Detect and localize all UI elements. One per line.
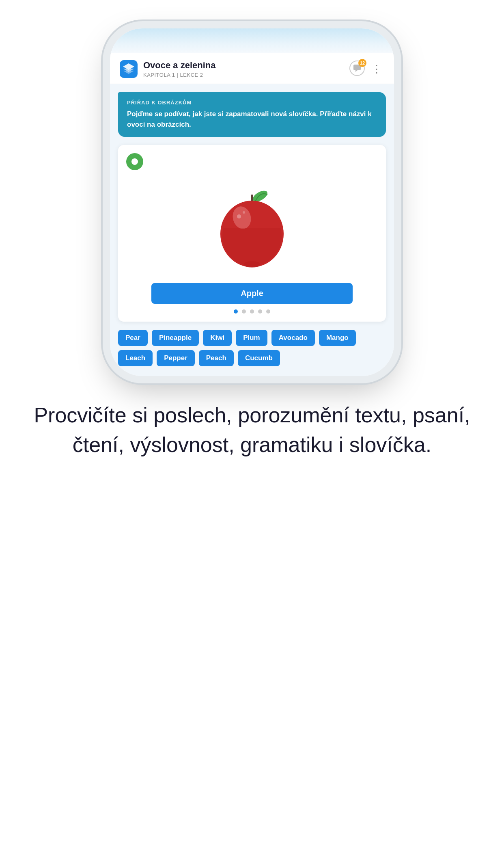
chip-kiwi[interactable]: Kiwi [203, 330, 232, 346]
phone-mockup: Ovoce a zelenina KAPITOLA 1 | LEKCE 2 12… [110, 28, 394, 376]
app-title: Ovoce a zelenina [143, 60, 349, 71]
app-header-icons: 12 ⋮ [349, 61, 384, 78]
chat-icon-wrapper[interactable]: 12 [349, 61, 365, 78]
avatar-inner [130, 157, 139, 166]
chip-leach[interactable]: Leach [118, 350, 153, 366]
svg-point-10 [243, 211, 245, 214]
chip-pineapple[interactable]: Pineapple [152, 330, 199, 346]
svg-point-9 [237, 214, 241, 218]
chip-plum[interactable]: Plum [236, 330, 267, 346]
apple-image [207, 183, 297, 272]
apple-visual [126, 175, 378, 277]
chip-pear[interactable]: Pear [118, 330, 148, 346]
exercise-card: Apple [118, 145, 386, 322]
dot-2 [242, 309, 246, 314]
chat-bubble: PŘIŘAD K OBRÁZKŮM Pojďme se podívat, jak… [118, 92, 386, 137]
card-avatar [126, 153, 143, 170]
chip-avocado[interactable]: Avocado [271, 330, 315, 346]
dot-1 [234, 309, 238, 314]
phone-top-wave [110, 28, 394, 53]
page-wrapper: Ovoce a zelenina KAPITOLA 1 | LEKCE 2 12… [0, 0, 504, 865]
card-dots [126, 309, 378, 314]
chat-bubble-label: PŘIŘAD K OBRÁZKŮM [127, 99, 377, 106]
more-options-icon[interactable]: ⋮ [369, 61, 384, 77]
word-chips: PearPineappleKiwiPlumAvocadoMangoLeachPe… [118, 330, 386, 366]
app-header-title-block: Ovoce a zelenina KAPITOLA 1 | LEKCE 2 [143, 60, 349, 78]
app-subtitle: KAPITOLA 1 | LEKCE 2 [143, 72, 349, 78]
answer-button[interactable]: Apple [151, 283, 353, 304]
chip-mango[interactable]: Mango [319, 330, 356, 346]
chat-bubble-text: Pojďme se podívat, jak jste si zapamatov… [127, 109, 377, 130]
chip-cucumb[interactable]: Cucumb [238, 350, 280, 366]
app-logo-icon [120, 60, 138, 78]
dot-5 [266, 309, 270, 314]
chip-pepper[interactable]: Pepper [157, 350, 195, 366]
footer-text: Procvičíte si poslech, porozumění textu,… [0, 400, 504, 460]
chip-peach[interactable]: Peach [199, 350, 234, 366]
dot-4 [258, 309, 262, 314]
app-header: Ovoce a zelenina KAPITOLA 1 | LEKCE 2 12… [110, 53, 394, 84]
chat-badge: 12 [358, 59, 366, 67]
app-content: PŘIŘAD K OBRÁZKŮM Pojďme se podívat, jak… [110, 84, 394, 376]
dot-3 [250, 309, 254, 314]
